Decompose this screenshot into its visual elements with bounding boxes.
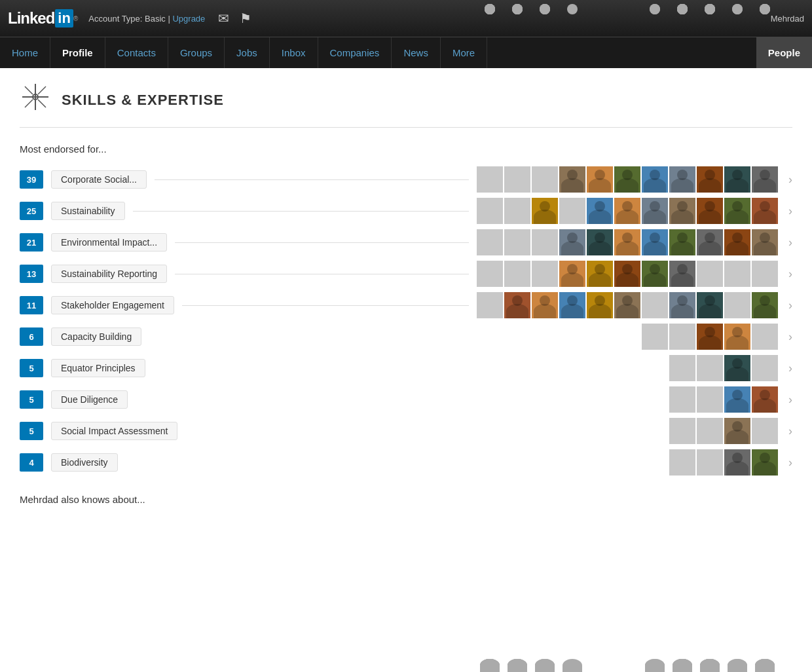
skills-list: 39 Corporate Social... › 25 Sustainabili [20,166,792,476]
more-endorsers-chevron[interactable]: › [788,330,792,344]
skill-name[interactable]: Due Diligence [51,390,128,409]
skill-count: 5 [20,390,43,409]
svg-line-6 [25,100,33,107]
avatar [504,229,530,255]
more-endorsers-chevron[interactable]: › [788,236,792,250]
endorsers [477,261,778,287]
avatar [532,198,558,224]
avatar [614,229,640,255]
avatar [614,166,640,193]
endorsers [669,418,778,444]
avatar [642,292,668,318]
skill-row: 39 Corporate Social... › [20,166,792,193]
avatar [614,261,640,287]
more-endorsers-chevron[interactable]: › [788,424,792,438]
nav-news[interactable]: News [392,37,441,68]
avatar [504,166,530,193]
avatar [669,386,695,413]
svg-line-5 [38,86,46,94]
skill-count: 5 [20,422,43,440]
nav-companies[interactable]: Companies [318,37,392,68]
skill-name[interactable]: Equator Principles [51,359,145,377]
nav-jobs[interactable]: Jobs [225,37,270,68]
skill-count: 25 [20,202,43,220]
avatar [669,355,695,381]
avatar [697,386,723,413]
avatar [724,355,750,381]
endorsers [669,355,778,381]
avatar [724,386,750,413]
avatar [642,261,668,287]
avatar [477,229,503,255]
avatar [752,324,778,350]
avatar [587,198,613,224]
more-endorsers-chevron[interactable]: › [788,299,792,312]
avatar [504,292,530,318]
upgrade-link[interactable]: Upgrade [172,14,205,24]
svg-line-3 [25,86,33,94]
avatar [504,261,530,287]
avatar [587,261,613,287]
skill-name[interactable]: Biodiversity [51,453,118,472]
avatar [642,166,668,193]
skill-line [175,274,469,274]
nav-profile[interactable]: Profile [50,37,105,68]
skill-count: 5 [20,359,43,377]
more-endorsers-chevron[interactable]: › [788,204,792,218]
avatar [669,418,695,444]
nav-groups[interactable]: Groups [168,37,225,68]
avatar [559,292,585,318]
endorsers [669,386,778,413]
avatar [669,229,695,255]
nav-inbox[interactable]: Inbox [270,37,318,68]
avatar [559,229,585,255]
logo-in-box: in [55,9,73,28]
avatar [697,355,723,381]
avatar [669,449,695,476]
avatar [697,418,723,444]
avatar [724,261,750,287]
avatar [697,198,723,224]
avatar [752,292,778,318]
avatar [587,166,613,193]
skill-count: 11 [20,296,43,314]
avatar [587,229,613,255]
skill-line [133,211,470,212]
avatar [724,229,750,255]
avatar [559,166,585,193]
skill-name[interactable]: Social Impact Assessment [51,422,177,440]
skill-name[interactable]: Sustainability Reporting [51,265,167,283]
more-endorsers-chevron[interactable]: › [788,393,792,407]
skill-name[interactable]: Corporate Social... [51,170,147,189]
endorsers [477,198,778,224]
endorsers [477,166,778,193]
avatar [697,229,723,255]
skill-count: 4 [20,453,43,472]
more-endorsers-chevron[interactable]: › [788,173,792,187]
more-endorsers-chevron[interactable]: › [788,362,792,375]
skill-name[interactable]: Environmental Impact... [51,233,167,252]
section-header: SKILLS & EXPERTISE [20,81,792,128]
avatar [752,261,778,287]
endorsers [477,229,778,255]
nav-contacts[interactable]: Contacts [105,37,168,68]
nav-more[interactable]: More [441,37,487,68]
more-endorsers-chevron[interactable]: › [788,267,792,281]
messages-icon[interactable]: ✉ [218,10,229,26]
top-bar: Linked in ® Account Type: Basic | Upgrad… [0,0,812,37]
section-title: SKILLS & EXPERTISE [62,92,224,109]
skill-line [155,179,469,180]
nav-home[interactable]: Home [0,37,50,68]
avatar [587,292,613,318]
skill-name[interactable]: Stakeholder Engagement [51,296,174,314]
skill-line [182,305,469,306]
flag-icon[interactable]: ⚑ [240,10,251,26]
nav-people[interactable]: People [756,37,812,68]
more-endorsers-chevron[interactable]: › [788,456,792,470]
avatar [532,292,558,318]
avatar [614,292,640,318]
skill-line [175,242,469,243]
skill-name[interactable]: Sustainability [51,202,125,220]
avatar [614,198,640,224]
skill-name[interactable]: Capacity Building [51,327,141,346]
